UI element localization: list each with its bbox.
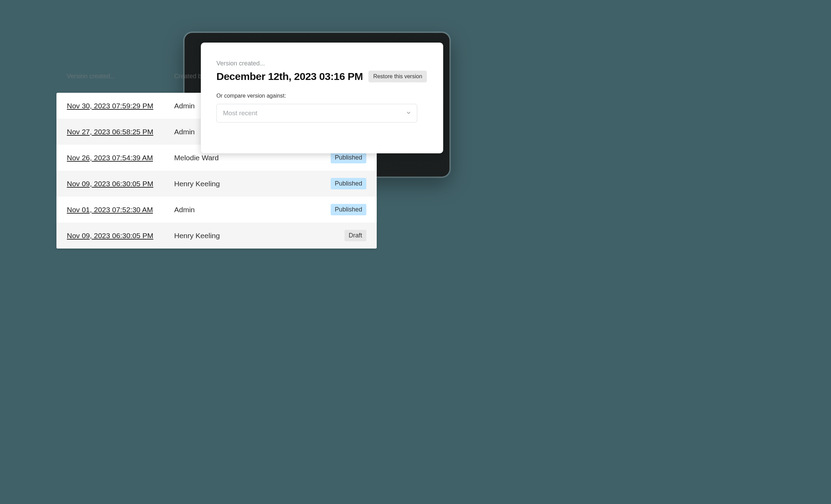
table-row: Nov 01, 2023 07:52:30 AMAdminPublished xyxy=(56,197,377,223)
created-by-value: Melodie Ward xyxy=(174,154,331,162)
status-badge: Draft xyxy=(345,230,366,241)
created-by-value: Henry Keeling xyxy=(174,232,345,240)
version-date-link[interactable]: Nov 30, 2023 07:59:29 PM xyxy=(67,102,153,110)
column-header-date: Version created... xyxy=(67,73,174,80)
version-date-link[interactable]: Nov 09, 2023 06:30:05 PM xyxy=(67,232,153,240)
status-cell: Draft xyxy=(345,230,366,241)
created-by-value: Admin xyxy=(174,206,331,214)
version-date-link[interactable]: Nov 09, 2023 06:30:05 PM xyxy=(67,180,153,188)
status-badge: Published xyxy=(331,178,366,189)
status-cell: Published xyxy=(331,152,366,163)
version-date-link[interactable]: Nov 26, 2023 07:54:39 AM xyxy=(67,154,153,162)
status-cell: Published xyxy=(331,204,366,215)
compare-version-select-value: Most recent xyxy=(223,109,257,117)
table-row: Nov 09, 2023 06:30:05 PMHenry KeelingPub… xyxy=(56,171,377,197)
status-badge: Published xyxy=(331,204,366,215)
compare-version-select[interactable]: Most recent xyxy=(216,104,417,123)
version-detail-panel: Version created... December 12th, 2023 0… xyxy=(201,43,443,153)
detail-version-timestamp: December 12th, 2023 03:16 PM xyxy=(216,71,363,82)
created-by-value: Henry Keeling xyxy=(174,180,331,188)
compare-label: Or compare version against: xyxy=(216,93,428,99)
status-badge: Published xyxy=(331,152,366,163)
restore-version-button[interactable]: Restore this version xyxy=(368,71,427,82)
detail-subtitle: Version created... xyxy=(216,60,428,67)
status-cell: Published xyxy=(331,178,366,189)
table-row: Nov 09, 2023 06:30:05 PMHenry KeelingDra… xyxy=(56,223,377,249)
version-date-link[interactable]: Nov 01, 2023 07:52:30 AM xyxy=(67,206,153,214)
version-date-link[interactable]: Nov 27, 2023 06:58:25 PM xyxy=(67,128,153,136)
chevron-down-icon xyxy=(406,111,411,116)
